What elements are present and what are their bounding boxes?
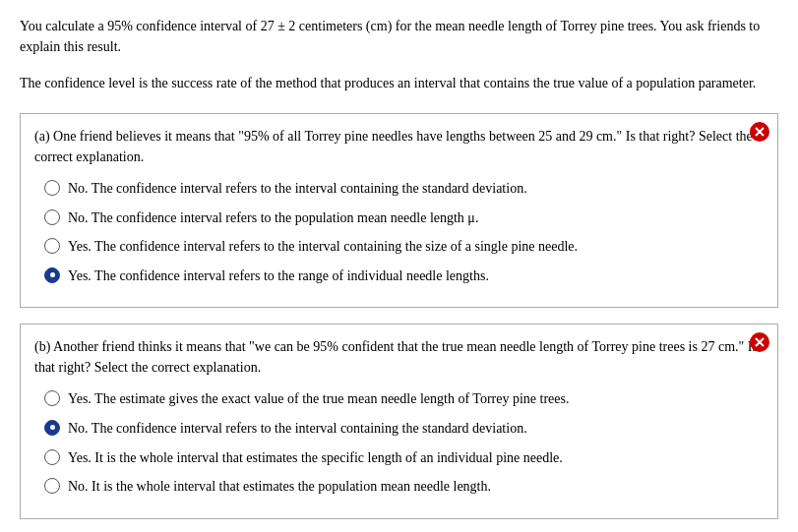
option-item-1-2[interactable]: No. The confidence interval refers to th… xyxy=(44,208,764,228)
option-label-1-1: No. The confidence interval refers to th… xyxy=(68,179,527,199)
option-label-1-3: Yes. The confidence interval refers to t… xyxy=(68,237,578,257)
option-label-2-2: No. The confidence interval refers to th… xyxy=(68,419,527,439)
option-label-1-2: No. The confidence interval refers to th… xyxy=(68,208,478,228)
option-item-1-3[interactable]: Yes. The confidence interval refers to t… xyxy=(44,237,764,257)
question-text-2: (b) Another friend thinks it means that … xyxy=(34,336,764,378)
options-list-1: No. The confidence interval refers to th… xyxy=(34,179,764,285)
option-label-1-4: Yes. The confidence interval refers to t… xyxy=(68,266,489,286)
option-item-2-2[interactable]: No. The confidence interval refers to th… xyxy=(44,419,764,439)
radio-1-4[interactable] xyxy=(44,267,60,283)
option-item-1-4[interactable]: Yes. The confidence interval refers to t… xyxy=(44,266,764,286)
radio-2-1[interactable] xyxy=(44,390,60,406)
radio-2-3[interactable] xyxy=(44,449,60,465)
option-label-2-1: Yes. The estimate gives the exact value … xyxy=(68,389,569,409)
radio-2-4[interactable] xyxy=(44,478,60,494)
radio-1-3[interactable] xyxy=(44,238,60,254)
option-label-2-4: No. It is the whole interval that estima… xyxy=(68,477,491,497)
question-box-2: (b) Another friend thinks it means that … xyxy=(20,324,778,518)
confidence-text: The confidence level is the success rate… xyxy=(20,73,778,93)
option-label-2-3: Yes. It is the whole interval that estim… xyxy=(68,448,563,468)
question-box-1: (a) One friend believes it means that "9… xyxy=(20,113,778,308)
radio-1-2[interactable] xyxy=(44,209,60,225)
radio-2-2[interactable] xyxy=(44,420,60,436)
option-item-2-4[interactable]: No. It is the whole interval that estima… xyxy=(44,477,764,497)
clear-button-2[interactable] xyxy=(750,332,769,352)
option-item-2-1[interactable]: Yes. The estimate gives the exact value … xyxy=(44,389,764,409)
clear-button-1[interactable] xyxy=(750,122,769,142)
question-text-1: (a) One friend believes it means that "9… xyxy=(34,126,764,167)
option-item-1-1[interactable]: No. The confidence interval refers to th… xyxy=(44,179,764,199)
radio-1-1[interactable] xyxy=(44,180,60,196)
option-item-2-3[interactable]: Yes. It is the whole interval that estim… xyxy=(44,448,764,468)
intro-text: You calculate a 95% confidence interval … xyxy=(20,16,778,57)
options-list-2: Yes. The estimate gives the exact value … xyxy=(34,389,764,496)
